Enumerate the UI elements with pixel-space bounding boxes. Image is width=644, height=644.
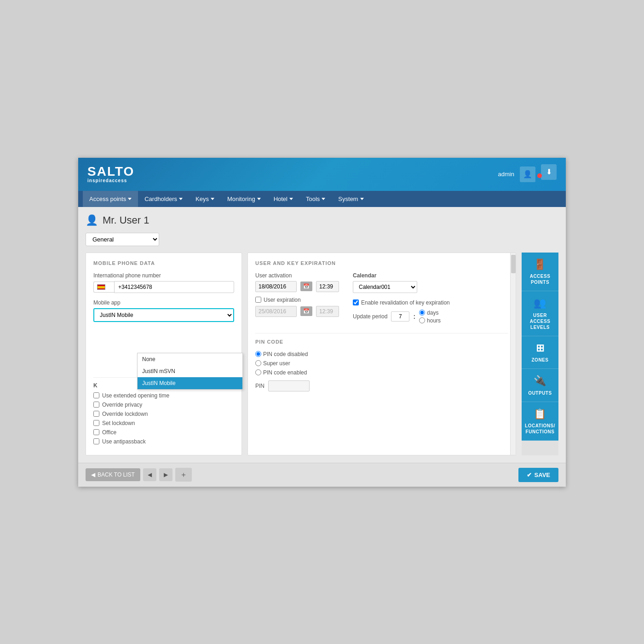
side-btn-access-points-label: ACCESS POINTS — [523, 273, 557, 285]
prev-button[interactable]: ◀ — [143, 468, 156, 481]
extended-opening-label: Use extended opening time — [102, 392, 169, 399]
chevron-down-icon — [360, 198, 364, 200]
mobile-phone-panel: MOBILE PHONE DATA International phone nu… — [86, 253, 242, 455]
side-btn-zones-label: ZONES — [532, 357, 549, 363]
nav-hotel[interactable]: Hotel — [267, 191, 299, 207]
days-radio-label[interactable]: days — [419, 310, 441, 316]
activation-calendar-button[interactable]: 📅 — [300, 282, 312, 291]
expiration-time-input[interactable] — [316, 306, 339, 317]
expiration-calendar-button[interactable]: 📅 — [300, 306, 312, 316]
days-radio[interactable] — [419, 310, 425, 316]
enable-revalidation-checkbox[interactable] — [353, 299, 359, 305]
extended-opening-checkbox[interactable] — [93, 392, 99, 398]
nav-cardholders[interactable]: Cardholders — [138, 191, 189, 207]
user-profile-button[interactable]: 👤 — [520, 167, 535, 182]
nav-system[interactable]: System — [332, 191, 370, 207]
phone-group: International phone number — [93, 272, 234, 293]
user-expiration-label: User expiration — [264, 297, 301, 303]
pin-disabled-label[interactable]: PIN code disabled — [255, 351, 508, 357]
expiration-date-input[interactable] — [255, 306, 297, 317]
override-privacy-checkbox[interactable] — [93, 402, 99, 408]
admin-label: admin — [498, 171, 514, 178]
hours-radio-label[interactable]: hours — [419, 317, 441, 324]
set-lockdown-checkbox[interactable] — [93, 420, 99, 426]
chevron-down-icon — [128, 198, 132, 200]
page-title: Mr. User 1 — [103, 214, 149, 226]
enable-revalidation-row: Enable revalidation of key expiration — [353, 299, 450, 306]
user-expiration-checkbox[interactable] — [255, 297, 261, 303]
calendar-select-row: Calendar001 Calendar002 — [353, 281, 450, 293]
add-button[interactable]: ＋ — [175, 468, 192, 482]
mobile-app-group: Mobile app None JustIN mSVN JustIN Mobil… — [93, 299, 234, 322]
nav-tools[interactable]: Tools — [299, 191, 332, 207]
pin-input-row: PIN — [255, 380, 508, 391]
side-btn-locations-functions[interactable]: 📋 LOCATIONS/ FUNCTIONS — [522, 402, 558, 441]
flag-es-icon — [97, 284, 105, 290]
footer-bar: ◀ BACK TO LIST ◀ ▶ ＋ ✔ SAVE — [78, 463, 566, 487]
dropdown-option-justinmobile[interactable]: JustIN Mobile — [138, 377, 242, 389]
office-checkbox[interactable] — [93, 429, 99, 435]
mobile-app-select[interactable]: None JustIN mSVN JustIN Mobile — [93, 308, 234, 322]
hours-label: hours — [427, 317, 441, 324]
mobile-app-label: Mobile app — [93, 299, 234, 306]
checkbox-set-lockdown: Set lockdown — [93, 420, 234, 426]
chevron-down-icon — [179, 198, 183, 200]
pin-label: PIN — [255, 383, 264, 389]
logo: SALTO inspiredaccess — [87, 165, 134, 183]
content-area: 👤 Mr. User 1 General Advanced Summary MO… — [78, 207, 566, 463]
pin-enabled-label[interactable]: PIN code enabled — [255, 369, 508, 376]
back-to-list-button[interactable]: ◀ BACK TO LIST — [86, 468, 140, 481]
user-key-expiration-section: USER AND KEY EXPIRATION User activation … — [255, 260, 508, 324]
dropdown-option-none[interactable]: None — [138, 353, 242, 365]
expiration-panel: USER AND KEY EXPIRATION User activation … — [247, 253, 516, 455]
checkbox-override-lockdown: Override lockdown — [93, 411, 234, 417]
super-user-text: Super user — [263, 360, 290, 367]
side-btn-access-points[interactable]: 🚪 ACCESS POINTS — [522, 253, 558, 292]
update-period-input[interactable] — [391, 311, 409, 322]
side-btn-locations-functions-label: LOCATIONS/ FUNCTIONS — [523, 423, 557, 435]
header: SALTO inspiredaccess admin 👤 ⬇ — [78, 158, 566, 191]
side-btn-zones[interactable]: ⊞ ZONES — [522, 336, 558, 369]
user-expiration-checkbox-label[interactable]: User expiration — [255, 297, 301, 303]
override-lockdown-checkbox[interactable] — [93, 411, 99, 417]
super-user-label[interactable]: Super user — [255, 360, 508, 367]
user-expiration-row: User expiration — [255, 297, 339, 303]
enable-revalidation-label: Enable revalidation of key expiration — [361, 299, 450, 306]
chevron-down-icon — [257, 198, 261, 200]
update-period-row: Update period : days — [353, 310, 450, 324]
side-btn-outputs[interactable]: 🔌 OUTPUTS — [522, 369, 558, 402]
chevron-down-icon — [211, 198, 214, 200]
phone-input[interactable] — [114, 281, 234, 293]
dropdown-option-justinmsvn[interactable]: JustIN mSVN — [138, 365, 242, 377]
days-label: days — [427, 310, 438, 316]
pin-enabled-text: PIN code enabled — [263, 369, 307, 376]
pin-disabled-radio[interactable] — [255, 351, 261, 357]
download-button[interactable]: ⬇ — [541, 164, 557, 180]
activation-date-input[interactable] — [255, 281, 297, 292]
save-button[interactable]: ✔ SAVE — [518, 468, 558, 482]
chevron-left-icon: ◀ — [91, 472, 95, 478]
pin-code-title: PIN CODE — [255, 339, 508, 345]
phone-flag-select[interactable] — [93, 282, 114, 293]
super-user-radio[interactable] — [255, 360, 261, 366]
nav-monitoring[interactable]: Monitoring — [221, 191, 267, 207]
side-btn-user-access-levels[interactable]: 👥 USER ACCESS LEVELS — [522, 291, 558, 336]
calendar-select[interactable]: Calendar001 Calendar002 — [353, 281, 417, 293]
set-lockdown-label: Set lockdown — [102, 420, 135, 426]
activation-column: User activation 📅 User expiratio — [255, 272, 339, 322]
hours-radio[interactable] — [419, 317, 425, 323]
logo-text: SALTO — [87, 165, 134, 178]
antipassback-checkbox[interactable] — [93, 438, 99, 444]
activation-time-input[interactable] — [316, 281, 339, 292]
pin-enabled-radio[interactable] — [255, 369, 261, 375]
next-button[interactable]: ▶ — [159, 468, 172, 481]
expiration-date-row: 📅 — [255, 306, 339, 317]
calendar-label: Calendar — [353, 272, 450, 279]
logo-tagline: inspiredaccess — [87, 178, 134, 183]
general-select[interactable]: General Advanced Summary — [86, 233, 159, 246]
nav-access-points[interactable]: Access points — [83, 191, 138, 207]
nav-keys[interactable]: Keys — [189, 191, 221, 207]
pin-input[interactable] — [268, 380, 310, 391]
chevron-down-icon — [289, 198, 293, 200]
scroll-indicator[interactable] — [510, 253, 516, 455]
